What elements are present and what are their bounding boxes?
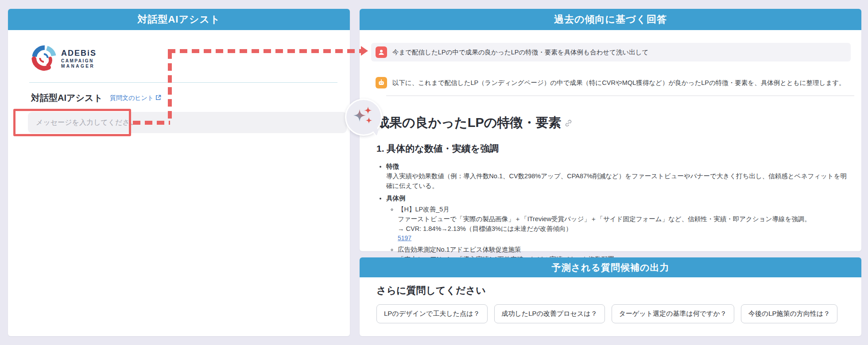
example-item: 【H】LP改善_5月 ファーストビューで「実際の製品画像」＋「ITreview受… (398, 205, 852, 243)
left-panel-title: 対話型AIアシスト (137, 13, 220, 26)
arrow-segment-vertical (168, 51, 172, 123)
conversational-ai-panel: 対話型AIアシスト ADEBiS CAMPAIGN MANAGER 対話型AIア… (8, 9, 350, 336)
logo-line-2: CAMPAIGN (61, 58, 97, 63)
user-icon (376, 46, 387, 58)
answer-section-heading: 1. 具体的な数値・実績を強調 (376, 142, 852, 155)
suggestion-button-3[interactable]: ターゲット選定の基準は何ですか？ (612, 304, 734, 323)
adebis-logo: ADEBiS CAMPAIGN MANAGER (31, 45, 97, 73)
answer-title-text: 成果の良かったLPの特徴・要素 (376, 114, 561, 132)
example-2-title: 広告効果測定No.1アドエビス体験促進施策 (398, 245, 852, 255)
suggestion-buttons-row: LPのデザインで工夫した点は？ 成功したLPの改善プロセスは？ ターゲット選定の… (376, 304, 837, 323)
example-1-line-2: → CVR: 1.84%→2.13%（目標値3%には未達だが改善傾向） (398, 224, 852, 234)
input-highlight-box (13, 109, 131, 136)
feature-bullet: 特徴 導入実績や効果数値（例：導入件数No.1、CV数298%アップ、CPA87… (386, 162, 852, 191)
suggestion-button-1[interactable]: LPのデザインで工夫した点は？ (376, 304, 488, 323)
left-panel-divider (29, 82, 337, 83)
question-hint-link[interactable]: 質問文のヒント (110, 94, 161, 102)
answer-panel-title: 過去の傾向に基づく回答 (554, 13, 667, 26)
past-trends-answer-panel: 過去の傾向に基づく回答 今まで配信したLPの中で成果の良かったLPの特徴・要素を… (360, 9, 861, 251)
ai-sparkle-bubble (345, 99, 382, 136)
feature-label: 特徴 (386, 162, 852, 172)
example-1-link[interactable]: 5197 (398, 234, 411, 242)
user-message-text: 今まで配信したLPの中で成果の良かったLPの特徴・要素を具体例も合わせて洗い出し… (392, 48, 648, 57)
answer-divider (386, 96, 854, 96)
answer-body: 成果の良かったLPの特徴・要素 1. 具体的な数値・実績を強調 特徴 導入実績や… (376, 104, 852, 268)
assistant-message-text: 以下に、これまで配信したLP（ランディングページ）の中で成果（特にCVRやMQL… (392, 79, 845, 87)
feature-text: 導入実績や効果数値（例：導入件数No.1、CV数298%アップ、CPA87%削減… (386, 172, 852, 191)
answer-title: 成果の良かったLPの特徴・要素 (376, 114, 852, 132)
example-1-line-1: ファーストビューで「実際の製品画像」＋「ITreview受賞バッジ」＋「サイド固… (398, 215, 852, 224)
logo-line-3: MANAGER (61, 64, 97, 69)
heading-anchor-link-icon[interactable] (565, 119, 572, 127)
assistant-icon (376, 77, 387, 88)
external-link-icon (155, 95, 161, 102)
adebis-logo-icon (31, 45, 57, 73)
suggestions-title: さらに質問してください (376, 284, 486, 297)
answer-panel-header: 過去の傾向に基づく回答 (360, 9, 861, 30)
adebis-logo-text: ADEBiS CAMPAIGN MANAGER (61, 49, 97, 69)
logo-line-1: ADEBiS (61, 49, 97, 58)
assistant-message-row: 以下に、これまで配信したLP（ランディングページ）の中で成果（特にCVRやMQL… (371, 73, 851, 92)
suggestion-button-4[interactable]: 今後のLP施策の方向性は？ (741, 304, 837, 323)
predicted-questions-panel: 予測される質問候補の出力 さらに質問してください LPのデザインで工夫した点は？… (360, 257, 861, 336)
example-label: 具体例 (386, 194, 852, 203)
section-title: 対話型AIアシスト (31, 92, 103, 104)
suggestions-panel-title: 予測される質問候補の出力 (552, 261, 670, 274)
question-hint-label: 質問文のヒント (110, 94, 154, 102)
suggestion-button-2[interactable]: 成功したLPの改善プロセスは？ (494, 304, 605, 323)
sparkles-icon (352, 105, 375, 130)
arrow-segment-horizontal-bottom (133, 121, 170, 125)
suggestions-panel-header: 予測される質問候補の出力 (360, 257, 861, 277)
user-message-row: 今まで配信したLPの中で成果の良かったLPの特徴・要素を具体例も合わせて洗い出し… (371, 43, 851, 61)
example-bullet: 具体例 【H】LP改善_5月 ファーストビューで「実際の製品画像」＋「ITrev… (386, 194, 852, 264)
arrow-head-icon (361, 46, 368, 56)
example-1-title: 【H】LP改善_5月 (398, 205, 852, 215)
left-panel-header: 対話型AIアシスト (8, 9, 350, 30)
arrow-segment-horizontal-top (168, 49, 362, 53)
